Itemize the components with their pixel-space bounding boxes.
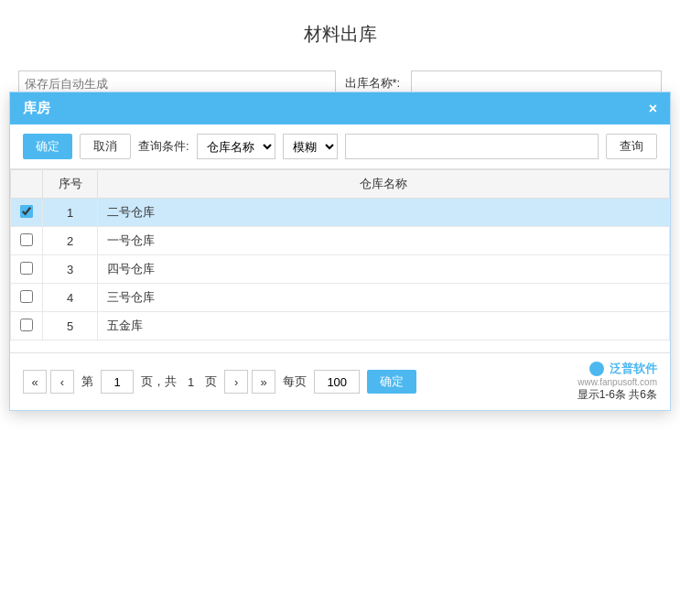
row-name: 三号仓库 xyxy=(98,284,670,312)
dialog-footer: « ‹ 第 1 页，共 1 页 › » 每页 100 确定 泛普软件 www.f… xyxy=(10,352,670,410)
dialog-header: 库房 × xyxy=(10,92,670,124)
page-title: 材料出库 xyxy=(0,9,680,63)
table-row[interactable]: 3 四号仓库 xyxy=(11,255,670,284)
row-checkbox[interactable] xyxy=(20,233,33,246)
row-checkbox-cell[interactable] xyxy=(11,284,43,312)
row-checkbox[interactable] xyxy=(20,262,33,275)
per-page-input[interactable]: 100 xyxy=(314,370,360,394)
outbound-name-label: 出库名称*: xyxy=(345,75,401,92)
last-page-button[interactable]: » xyxy=(252,370,275,394)
current-page-input[interactable]: 1 xyxy=(101,370,134,394)
dialog-toolbar: 确定 取消 查询条件: 仓库名称 仓库编号 模糊 精确 查询 xyxy=(10,124,670,169)
table-row[interactable]: 4 三号仓库 xyxy=(11,284,670,312)
row-checkbox[interactable] xyxy=(20,290,33,303)
next-page-button[interactable]: › xyxy=(224,370,248,394)
logo-url: www.fanpusoft.com xyxy=(577,377,657,387)
total-pages: 1 xyxy=(188,375,194,389)
per-page-label: 每页 xyxy=(283,373,307,390)
row-checkbox[interactable] xyxy=(20,205,33,218)
row-checkbox-cell[interactable] xyxy=(11,255,43,284)
query-mode-select[interactable]: 模糊 精确 xyxy=(283,134,338,159)
page-middle-text: 页，共 xyxy=(141,373,177,390)
row-checkbox-cell[interactable] xyxy=(11,312,43,340)
row-name: 四号仓库 xyxy=(98,255,670,284)
table-header-name: 仓库名称 xyxy=(98,170,670,199)
dialog-close-button[interactable]: × xyxy=(649,101,657,117)
query-field-select[interactable]: 仓库名称 仓库编号 xyxy=(197,134,275,159)
query-keyword-input[interactable] xyxy=(345,134,599,159)
row-checkbox-cell[interactable] xyxy=(11,227,43,255)
row-seq: 4 xyxy=(43,284,98,312)
table-row[interactable]: 1 二号仓库 xyxy=(11,199,670,227)
page-prefix: 第 xyxy=(81,373,93,390)
pagination-confirm-button[interactable]: 确定 xyxy=(367,370,416,394)
row-seq: 5 xyxy=(43,312,98,340)
row-seq: 3 xyxy=(43,255,98,284)
dialog-cancel-button[interactable]: 取消 xyxy=(80,134,131,159)
first-page-button[interactable]: « xyxy=(23,370,47,394)
table-row[interactable]: 5 五金库 xyxy=(11,312,670,340)
logo-brand: 泛普软件 xyxy=(610,361,657,377)
query-button[interactable]: 查询 xyxy=(606,134,657,159)
row-name: 五金库 xyxy=(98,312,670,340)
table-header-seq: 序号 xyxy=(43,170,98,199)
row-name: 一号仓库 xyxy=(98,227,670,255)
dialog-table-container: 序号 仓库名称 1 二号仓库 2 一号仓库 3 四号仓库 xyxy=(10,169,670,352)
page-suffix: 页 xyxy=(205,373,217,390)
display-count: 显示1-6条 共6条 xyxy=(577,387,657,403)
row-checkbox[interactable] xyxy=(20,319,33,331)
footer-logo: 泛普软件 www.fanpusoft.com 显示1-6条 共6条 xyxy=(577,361,657,403)
prev-page-button[interactable]: ‹ xyxy=(50,370,74,394)
dialog-title: 库房 xyxy=(23,100,50,117)
warehouse-dialog: 库房 × 确定 取消 查询条件: 仓库名称 仓库编号 模糊 精确 查询 xyxy=(9,92,671,411)
query-condition-label: 查询条件: xyxy=(138,138,189,155)
table-row[interactable]: 2 一号仓库 xyxy=(11,227,670,255)
row-seq: 2 xyxy=(43,227,98,255)
row-name: 二号仓库 xyxy=(98,199,670,227)
table-header-checkbox xyxy=(11,170,43,199)
row-seq: 1 xyxy=(43,199,98,227)
warehouse-table: 序号 仓库名称 1 二号仓库 2 一号仓库 3 四号仓库 xyxy=(10,169,670,340)
dialog-confirm-button[interactable]: 确定 xyxy=(23,134,72,159)
row-checkbox-cell[interactable] xyxy=(11,199,43,227)
main-container: 材料出库 出库名称*: 请选择 🔍 库房*: 请选择 🔍 库房 xyxy=(0,0,680,616)
